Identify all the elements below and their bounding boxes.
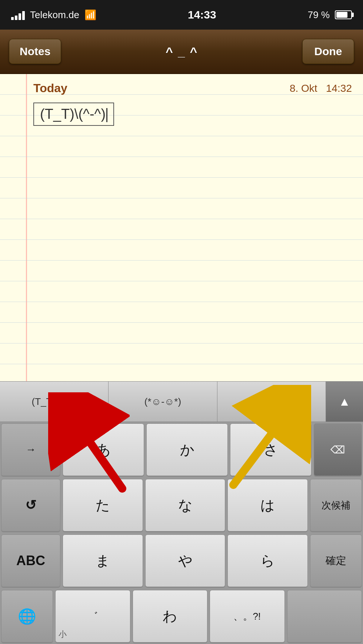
key-punctuation-label: 、。?!	[233, 610, 261, 623]
text-cursor	[106, 108, 107, 122]
key-dakuten[interactable]: ゛ 小	[55, 590, 130, 643]
key-globe[interactable]: 🌐	[1, 590, 53, 643]
battery-percent: 79 %	[308, 9, 330, 21]
note-line	[0, 136, 363, 157]
key-ta[interactable]: た	[63, 479, 143, 531]
undo-icon: ↺	[25, 497, 36, 513]
note-line	[0, 219, 363, 240]
key-confirm[interactable]: 確定	[310, 534, 362, 587]
key-ha-label: は	[260, 496, 275, 515]
note-text: (T_T)\(^-^)	[40, 106, 106, 122]
key-ha[interactable]: は	[227, 479, 308, 531]
keyboard-row-2: ↺ た な は 次候補	[0, 477, 363, 533]
key-ma[interactable]: ま	[63, 534, 143, 587]
keyboard-row-3: ABC ま や ら 確定	[0, 533, 363, 588]
key-a[interactable]: あ	[63, 423, 144, 476]
key-backspace[interactable]: ⌫	[314, 423, 362, 476]
back-button[interactable]: Notes	[9, 39, 61, 64]
note-line	[0, 240, 363, 261]
nav-title: ^ _ ^	[166, 44, 198, 59]
signal-bars	[11, 10, 25, 20]
key-ya[interactable]: や	[145, 534, 226, 587]
key-dakuten-label: ゛	[87, 609, 98, 623]
note-line	[0, 302, 363, 323]
shift-icon: ▲	[339, 395, 350, 409]
key-confirm-label: 確定	[326, 554, 346, 568]
key-next-candidate[interactable]: 次候補	[310, 479, 362, 531]
note-datetime: 8. Okt 14:32	[290, 83, 352, 94]
key-ka[interactable]: か	[146, 423, 228, 476]
key-wa[interactable]: わ	[133, 590, 208, 643]
key-next-candidate-label: 次候補	[322, 499, 350, 512]
signal-bar-1	[11, 17, 14, 20]
battery-fill	[336, 12, 347, 18]
note-today-label: Today	[33, 81, 67, 95]
globe-icon: 🌐	[18, 608, 36, 625]
key-abc[interactable]: ABC	[1, 534, 60, 587]
note-line	[0, 281, 363, 302]
note-header: Today 8. Okt 14:32	[0, 74, 363, 99]
note-date: 8. Okt	[290, 83, 317, 94]
nav-bar: Notes ^ _ ^ Done	[0, 30, 363, 74]
note-line	[0, 343, 363, 364]
key-na[interactable]: な	[145, 479, 226, 531]
key-abc-label: ABC	[16, 553, 45, 568]
done-button[interactable]: Done	[302, 39, 354, 64]
keyboard-row-4: 🌐 ゛ 小 わ 、。?!	[0, 588, 363, 644]
note-line	[0, 178, 363, 198]
wifi-icon: 📶	[84, 9, 96, 21]
battery-shape	[335, 10, 352, 19]
battery-icon	[335, 10, 352, 19]
signal-bar-2	[15, 16, 17, 20]
status-time: 14:33	[188, 9, 216, 21]
autocomplete-shift-button[interactable]: ▲	[326, 382, 363, 422]
keyboard: → あ か さ ⌫ ↺ た な	[0, 422, 363, 644]
key-sa[interactable]: さ	[230, 423, 312, 476]
key-undo[interactable]: ↺	[1, 479, 60, 531]
key-wa-label: わ	[163, 607, 177, 626]
key-punctuation[interactable]: 、。?!	[210, 590, 285, 643]
signal-bar-4	[22, 11, 25, 20]
key-ta-label: た	[96, 496, 110, 515]
note-area[interactable]: Today 8. Okt 14:32 (T_T)\(^-^)	[0, 74, 363, 381]
autocomplete-item-3-text: \(^o·	[262, 396, 281, 407]
key-a-label: あ	[96, 440, 111, 459]
carrier-text: Telekom.de	[30, 9, 79, 21]
status-left: Telekom.de 📶	[11, 9, 96, 21]
status-bar: Telekom.de 📶 14:33 79 %	[0, 0, 363, 30]
key-sa-label: さ	[264, 440, 278, 459]
note-text-box: (T_T)\(^-^)	[33, 103, 114, 126]
autocomplete-item-2[interactable]: (*☺-☺*)	[109, 382, 217, 422]
key-space-right[interactable]	[287, 590, 362, 643]
status-right: 79 %	[308, 9, 352, 21]
note-line	[0, 157, 363, 178]
key-arrow-right[interactable]: →	[1, 423, 60, 476]
autocomplete-bar: (T_T)\(^-^) (*☺-☺*) \(^o· ▲	[0, 381, 363, 422]
key-na-label: な	[178, 496, 193, 515]
note-line	[0, 198, 363, 219]
key-ya-label: や	[178, 551, 193, 570]
note-content[interactable]: (T_T)\(^-^)	[0, 99, 363, 130]
key-ra[interactable]: ら	[227, 534, 308, 587]
key-ma-label: ま	[96, 551, 110, 570]
key-arrow-right-label: →	[26, 444, 36, 456]
keyboard-wrapper: (T_T)\(^-^) (*☺-☺*) \(^o· ▲ → あ か さ ⌫	[0, 381, 363, 644]
key-small-label: 小	[59, 629, 67, 640]
note-line	[0, 323, 363, 343]
note-time: 14:32	[326, 83, 352, 94]
backspace-icon: ⌫	[330, 444, 345, 456]
signal-bar-3	[19, 13, 21, 20]
key-ra-label: ら	[260, 551, 275, 570]
key-ka-label: か	[180, 440, 194, 459]
autocomplete-item-3[interactable]: \(^o·	[217, 382, 326, 422]
note-line	[0, 261, 363, 281]
keyboard-row-1: → あ か さ ⌫	[0, 422, 363, 477]
autocomplete-item-1[interactable]: (T_T)\(^-^)	[0, 382, 109, 422]
